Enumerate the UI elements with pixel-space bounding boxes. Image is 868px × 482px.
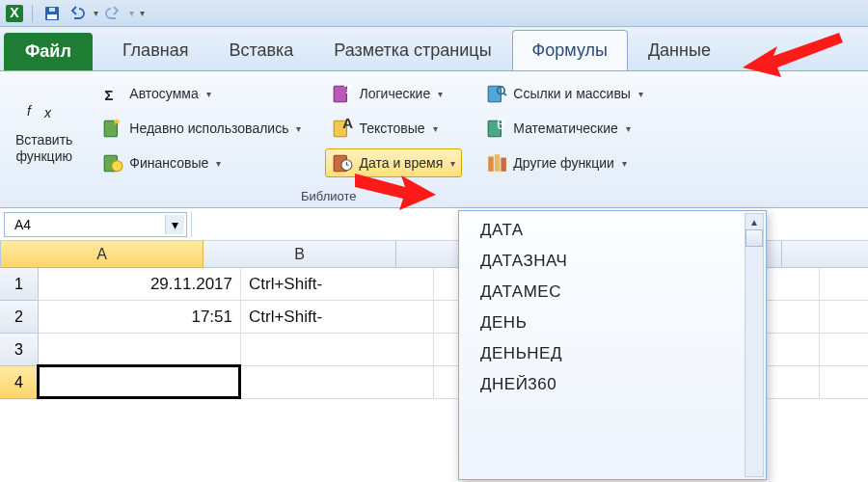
dropdown-item[interactable]: ДАТАМЕС [459,277,766,308]
name-box-dropdown[interactable]: ▾ [165,215,184,234]
math-button[interactable]: θ Математические▾ [479,114,650,143]
scroll-thumb[interactable] [746,229,763,247]
row-header-1[interactable]: 1 [0,268,39,301]
tab-insert[interactable]: Вставка [208,30,313,70]
insert-function-button[interactable]: fx Вставитьфункцию [10,79,78,167]
save-button[interactable] [41,3,63,24]
name-box[interactable]: A4 ▾ [4,212,187,237]
red-arrow-tab [743,25,849,83]
cell-B4[interactable] [241,366,434,399]
cell-B1[interactable]: Ctrl+Shift- [241,268,434,301]
row-headers: 1 2 3 4 [0,268,39,399]
logical-button[interactable]: ? Логические▾ [325,79,462,108]
cell-E2[interactable] [820,301,868,334]
svg-rect-24 [495,154,501,172]
svg-text:?: ? [344,83,353,96]
insert-function-label-2: функцию [15,148,72,164]
red-arrow-button [355,166,442,218]
row-header-2[interactable]: 2 [0,301,39,334]
svg-text:f: f [27,103,33,119]
svg-text:X: X [10,5,19,20]
date-time-dropdown: ДАТА ДАТАЗНАЧ ДАТАМЕС ДЕНЬ ДЕНЬНЕД ДНЕЙ3… [458,210,767,480]
dropdown-item[interactable]: ДЕНЬ [459,308,766,338]
column-header-A[interactable]: A [1,241,203,268]
svg-rect-3 [47,14,57,19]
cell-A4[interactable] [39,366,241,399]
insert-function-label-1: Вставить [15,132,72,147]
book-money-icon [102,152,123,174]
chevron-down-icon: ▾ [626,123,631,134]
svg-text:A: A [342,118,353,131]
cell-B2[interactable]: Ctrl+Shift- [241,301,434,334]
book-star-icon [102,118,123,139]
text-button[interactable]: A Текстовые▾ [325,114,462,143]
dropdown-item[interactable]: ДАТА [459,215,766,246]
book-question-icon: ? [332,83,353,104]
dropdown-item[interactable]: ДАТАЗНАЧ [459,246,766,277]
book-text-icon: A [332,118,353,139]
book-clock-icon [332,152,353,174]
undo-button[interactable] [67,3,88,24]
tab-data[interactable]: Данные [628,30,731,70]
cell-A2[interactable]: 17:51 [39,301,241,334]
cell-A1[interactable]: 29.11.2017 [39,268,241,301]
file-tab[interactable]: Файл [4,33,93,70]
lookup-button[interactable]: Ссылки и массивы▾ [479,79,650,108]
cell-E1[interactable] [820,268,868,301]
row-header-4[interactable]: 4 [0,366,39,399]
svg-text:Σ: Σ [105,87,114,103]
cell-B3[interactable] [241,334,434,366]
dropdown-item[interactable]: ДЕНЬНЕД [459,338,766,369]
ribbon-stack-1: Σ Автосумма▾ Недавно использовались▾ Фин… [95,79,308,203]
tab-formulas[interactable]: Формулы [512,30,628,70]
tab-page-layout[interactable]: Разметка страницы [313,30,511,70]
chevron-down-icon: ▾ [206,89,211,99]
dropdown-item[interactable]: ДНЕЙ360 [459,369,766,400]
excel-icon: X [6,5,23,22]
cell-A3[interactable] [39,334,241,366]
svg-rect-25 [502,158,507,172]
book-theta-icon: θ [486,118,507,139]
svg-text:θ: θ [497,118,505,132]
scroll-up-icon[interactable]: ▲ [746,214,763,229]
books-icon [486,152,507,174]
cell-E4[interactable] [820,366,868,399]
svg-marker-26 [743,33,843,77]
redo-dropdown-icon[interactable]: ▾ [129,8,134,18]
column-header-B[interactable]: B [203,241,396,268]
ribbon-tabs: Файл Главная Вставка Разметка страницы Ф… [0,27,868,71]
quick-access-toolbar: ▾ ▾ ▾ [41,3,145,24]
svg-marker-27 [355,174,436,210]
ribbon-stack-3: Ссылки и массивы▾ θ Математические▾ Друг… [479,79,650,203]
svg-rect-23 [489,156,495,171]
row-header-3[interactable]: 3 [0,334,39,366]
sigma-icon: Σ [102,83,123,104]
group-insert-function: fx Вставитьфункцию [10,79,78,203]
qat-customize-icon[interactable]: ▾ [140,8,145,18]
chevron-down-icon: ▾ [438,89,443,99]
tab-home[interactable]: Главная [102,30,209,70]
more-functions-button[interactable]: Другие функции▾ [479,148,650,177]
dropdown-scrollbar[interactable]: ▲ [745,213,764,477]
redo-button[interactable] [102,3,123,24]
svg-point-11 [112,161,122,172]
chevron-down-icon: ▾ [450,158,455,169]
recently-used-button[interactable]: Недавно использовались▾ [95,114,308,143]
svg-text:x: x [43,105,52,120]
svg-rect-4 [49,8,55,12]
autosum-button[interactable]: Σ Автосумма▾ [95,79,308,108]
chevron-down-icon: ▾ [622,158,627,169]
column-header-E[interactable]: F [782,241,868,268]
chevron-down-icon: ▾ [296,123,301,134]
chevron-down-icon: ▾ [216,158,221,169]
cell-E3[interactable] [820,334,868,366]
chevron-down-icon: ▾ [433,123,438,134]
title-bar: X ▾ ▾ ▾ [0,0,868,27]
undo-dropdown-icon[interactable]: ▾ [94,8,98,18]
svg-line-20 [503,93,506,95]
financial-button[interactable]: Финансовые▾ [95,148,308,177]
book-lookup-icon [486,83,507,104]
chevron-down-icon: ▾ [638,89,643,99]
